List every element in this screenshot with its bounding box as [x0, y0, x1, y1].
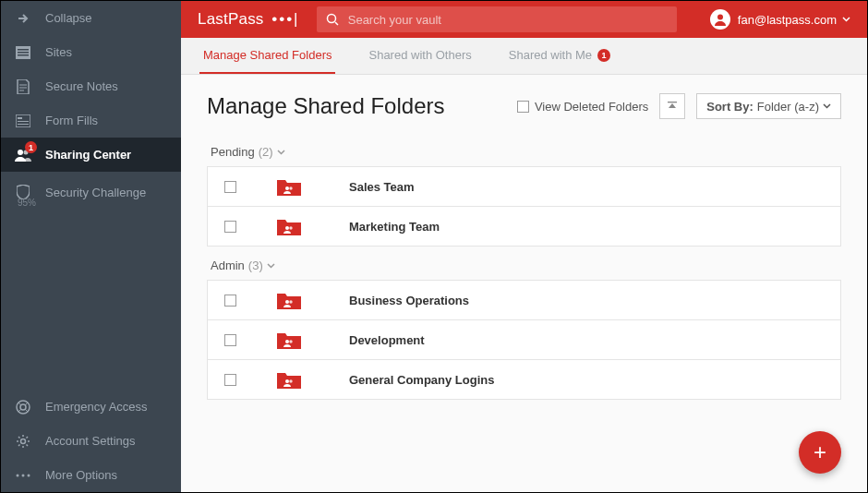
folder-name: Marketing Team — [349, 220, 440, 234]
triangle-up-icon — [667, 102, 678, 111]
chevron-down-icon — [842, 17, 850, 22]
sort-label: Sort By: — [706, 100, 753, 114]
svg-rect-5 — [18, 117, 22, 119]
folder-name: Development — [349, 333, 425, 347]
sidebar-collapse-label: Collapse — [45, 11, 92, 25]
folder-name: Business Operations — [349, 294, 469, 307]
svg-rect-6 — [18, 121, 29, 122]
sidebar-item-label: Sharing Center — [45, 148, 131, 162]
sidebar-item-label: Secure Notes — [45, 79, 118, 93]
tab-label: Manage Shared Folders — [203, 48, 332, 62]
folder-row[interactable]: Business Operations — [207, 280, 841, 320]
group-count: (3) — [248, 259, 263, 272]
checkbox[interactable] — [224, 295, 236, 307]
sidebar-item-form-fills[interactable]: Form Fills — [1, 103, 181, 138]
svg-point-22 — [289, 226, 292, 229]
lifebuoy-icon — [14, 398, 32, 416]
gear-icon — [14, 432, 32, 451]
svg-rect-2 — [18, 52, 29, 54]
view-deleted-label: View Deleted Folders — [535, 100, 648, 114]
shared-folder-icon — [277, 177, 301, 196]
tab-shared-with-me[interactable]: Shared with Me 1 — [505, 38, 614, 74]
svg-point-24 — [289, 300, 292, 303]
sidebar-item-sites[interactable]: Sites — [1, 35, 181, 69]
checkbox[interactable] — [224, 334, 236, 346]
folder-row[interactable]: Sales Team — [207, 166, 841, 207]
security-percent: 95% — [18, 198, 36, 208]
tab-badge: 1 — [597, 49, 610, 62]
dots-icon — [14, 466, 32, 485]
sidebar-item-emergency[interactable]: Emergency Access — [1, 390, 181, 424]
svg-rect-1 — [18, 49, 29, 51]
svg-point-17 — [717, 15, 723, 20]
tabs: Manage Shared Folders Shared with Others… — [181, 38, 867, 75]
checkbox[interactable] — [517, 101, 529, 113]
sidebar-item-secure-notes[interactable]: Secure Notes — [1, 69, 181, 103]
svg-point-21 — [285, 226, 289, 230]
chevron-down-icon — [823, 103, 831, 109]
sort-value: Folder (a-z) — [757, 100, 819, 114]
sidebar-item-security-challenge[interactable]: 95% Security Challenge — [1, 172, 181, 212]
svg-point-19 — [285, 186, 289, 190]
sidebar-item-label: Account Settings — [45, 434, 136, 448]
folder-row[interactable]: General Company Logins — [207, 359, 841, 400]
main: LastPass •••| fan@lastpass.com Mana — [181, 1, 867, 492]
sidebar: Collapse Sites Secure Notes Form Fills 1 — [1, 1, 181, 492]
folder-row[interactable]: Marketing Team — [207, 206, 841, 246]
plus-icon: + — [814, 439, 826, 465]
folder-name: General Company Logins — [349, 373, 494, 387]
sidebar-item-label: Sites — [45, 45, 72, 59]
sidebar-item-more-options[interactable]: More Options — [1, 458, 181, 492]
add-button[interactable]: + — [799, 431, 841, 474]
svg-point-16 — [327, 15, 335, 23]
group-count: (2) — [259, 145, 273, 159]
note-icon — [14, 78, 32, 96]
tab-shared-with-others[interactable]: Shared with Others — [365, 38, 475, 74]
view-deleted-toggle[interactable]: View Deleted Folders — [517, 100, 648, 114]
sidebar-collapse[interactable]: Collapse — [1, 1, 181, 35]
checkbox[interactable] — [224, 374, 236, 386]
checkbox[interactable] — [224, 221, 236, 233]
svg-point-26 — [289, 340, 292, 343]
sort-button[interactable]: Sort By: Folder (a-z) — [696, 93, 841, 119]
shared-folder-icon — [277, 331, 301, 349]
group-header-admin[interactable]: Admin (3) — [211, 259, 841, 272]
checkbox[interactable] — [224, 181, 236, 193]
tab-label: Shared with Me — [509, 48, 592, 62]
svg-rect-3 — [18, 54, 29, 56]
sidebar-item-label: Form Fills — [45, 114, 98, 127]
folder-row[interactable]: Development — [207, 319, 841, 360]
svg-rect-7 — [18, 124, 29, 125]
group-header-pending[interactable]: Pending (2) — [211, 145, 841, 159]
group-name: Pending — [211, 145, 255, 159]
logo: LastPass •••| — [198, 10, 298, 29]
svg-point-20 — [289, 186, 292, 189]
svg-point-8 — [18, 150, 23, 155]
vault-icon — [14, 43, 32, 62]
sidebar-item-label: Security Challenge — [45, 186, 146, 199]
sidebar-item-account-settings[interactable]: Account Settings — [1, 424, 181, 458]
search-icon — [326, 13, 348, 26]
shared-folder-icon — [277, 370, 301, 389]
svg-point-27 — [285, 379, 289, 383]
user-email: fan@lastpass.com — [738, 13, 837, 27]
content: Manage Shared Folders View Deleted Folde… — [181, 75, 867, 492]
collapse-all-button[interactable] — [659, 93, 685, 119]
svg-point-14 — [22, 474, 25, 476]
search-wrap[interactable] — [317, 6, 677, 32]
svg-point-15 — [28, 474, 30, 476]
user-menu[interactable]: fan@lastpass.com — [710, 9, 850, 30]
search-input[interactable] — [348, 13, 668, 27]
topbar: LastPass •••| fan@lastpass.com — [181, 1, 867, 38]
chevron-down-icon — [267, 263, 275, 269]
page-title: Manage Shared Folders — [207, 93, 444, 119]
shared-folder-icon — [277, 291, 301, 309]
tab-manage-shared-folders[interactable]: Manage Shared Folders — [199, 38, 335, 74]
shared-folder-icon — [277, 217, 301, 235]
logo-text: LastPass — [198, 10, 264, 29]
form-icon — [14, 112, 32, 130]
sidebar-item-sharing-center[interactable]: 1 Sharing Center — [1, 138, 181, 172]
avatar-icon — [710, 9, 730, 30]
sharing-badge: 1 — [25, 141, 37, 153]
sidebar-item-label: Emergency Access — [45, 400, 148, 414]
